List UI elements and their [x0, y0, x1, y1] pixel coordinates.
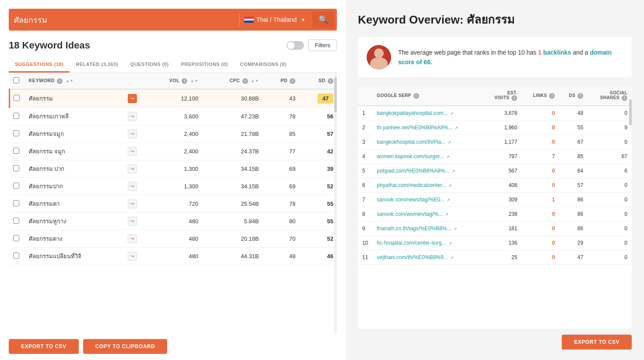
export-csv-button[interactable]: EXPORT TO CSV	[9, 339, 79, 354]
row-checkbox[interactable]	[13, 218, 19, 224]
serp-ds: 85	[559, 149, 588, 164]
serp-rank: 8	[358, 207, 372, 222]
arrow-cell: ↪	[124, 108, 142, 125]
scrollbar[interactable]	[334, 73, 337, 333]
select-all-checkbox[interactable]	[13, 77, 19, 83]
row-checkbox[interactable]	[13, 165, 19, 171]
serp-url-cell: sanook.com/news/tag/%E0... ↗	[372, 193, 483, 207]
pd-info-icon[interactable]: i	[290, 78, 295, 84]
row-checkbox-cell	[10, 178, 25, 195]
keyword-arrow-button[interactable]: ↪	[128, 147, 137, 156]
serp-rank: 9	[358, 222, 372, 236]
serp-est-visits: 3,678	[483, 106, 522, 121]
serp-social-shares: 0	[588, 250, 632, 265]
row-checkbox[interactable]	[13, 113, 19, 119]
keyword-cell: ศัลยกรรมหูกาง	[25, 213, 124, 230]
row-checkbox-cell	[10, 108, 25, 125]
external-link-icon: ↗	[455, 126, 458, 130]
sd-info-icon[interactable]: i	[328, 78, 333, 84]
serp-url-link[interactable]: th.yanhee.net/%E0%B8%A8%... ↗	[377, 125, 458, 131]
serp-social-shares: 9	[588, 121, 632, 135]
social-shares-info-icon[interactable]: i	[622, 95, 627, 101]
cpc-sort-icon[interactable]: ▲▼	[251, 79, 259, 83]
serp-url-cell: sanook.com/women/tag/%... ↗	[372, 207, 483, 222]
export-csv-bottom-button[interactable]: EXPORT TO CSV	[562, 335, 632, 350]
serp-url-link[interactable]: phyathai.com/medicalcenter... ↗	[377, 182, 452, 188]
serp-links: 7	[522, 149, 559, 164]
keyword-arrow-button[interactable]: ↪	[128, 234, 137, 243]
keyword-arrow-button[interactable]: ↪	[128, 217, 137, 226]
keyword-info-icon[interactable]: i	[57, 78, 63, 84]
th-arrow-spacer	[124, 73, 142, 89]
cpc-info-icon[interactable]: i	[242, 78, 248, 84]
keyword-arrow-button[interactable]: ↪	[128, 129, 137, 138]
serp-links: 0	[522, 178, 559, 193]
keyword-cell: ศัลยกรรมเกาหลี	[25, 108, 124, 125]
serp-url-link[interactable]: sanook.com/news/tag/%E0... ↗	[377, 197, 450, 203]
serp-url-link[interactable]: thairath.co.th/tags/%E0%B8%... ↗	[377, 225, 457, 232]
serp-url-cell: bangkokhospital.com/th/Pla... ↗	[372, 135, 483, 149]
sd-cell: 56	[299, 108, 337, 125]
est-visits-info-icon[interactable]: i	[511, 95, 517, 101]
filters-button[interactable]: Filters	[308, 39, 337, 51]
th-pd: PD i	[262, 73, 299, 89]
keyword-arrow-button[interactable]: ↪	[128, 252, 137, 261]
serp-est-visits: 797	[483, 149, 522, 164]
search-button[interactable]: 🔍	[312, 11, 334, 28]
row-checkbox[interactable]	[13, 253, 19, 259]
table-row: ศัลยกรรมจมูก ↪ 2,400 21.78B 85 57	[10, 125, 337, 143]
serp-url-link[interactable]: bangkokhospital.com/th/Pla... ↗	[377, 139, 451, 145]
row-checkbox[interactable]	[13, 235, 19, 241]
serp-table-wrapper: GOOGLE SERP i EST.VISITS i LINKS i DS i …	[358, 86, 632, 329]
keyword-arrow-button[interactable]: ↪	[128, 112, 137, 121]
serp-url-link[interactable]: sanook.com/women/tag/%... ↗	[377, 211, 448, 217]
tab-suggestions[interactable]: SUGGESTIONS (18)	[9, 58, 70, 73]
external-link-icon: ↗	[445, 212, 448, 217]
vol-info-icon[interactable]: i	[182, 78, 187, 84]
toggle-switch[interactable]	[287, 41, 304, 50]
serp-rank: 10	[358, 236, 372, 250]
keyword-arrow-button[interactable]: ↪	[128, 164, 137, 173]
ds-info-icon[interactable]: i	[578, 93, 583, 99]
serp-est-visits: 181	[483, 222, 522, 236]
keyword-arrow-button[interactable]: ↪	[128, 182, 137, 191]
row-checkbox[interactable]	[14, 95, 20, 101]
tab-questions[interactable]: QUESTIONS (0)	[124, 58, 175, 73]
tab-comparisons[interactable]: COMPARISONS (0)	[234, 58, 293, 73]
copy-clipboard-button[interactable]: COPY TO CLIPBOARD	[83, 339, 168, 354]
serp-url-link[interactable]: vejthani.com/th/%E0%B8%9... ↗	[377, 254, 453, 260]
keyword-arrow-button[interactable]: ↪	[128, 199, 137, 208]
cpc-cell: 25.54B	[202, 195, 262, 213]
row-checkbox[interactable]	[13, 130, 19, 136]
serp-rank: 3	[358, 135, 372, 149]
search-input[interactable]	[14, 15, 236, 24]
external-link-icon: ↗	[448, 183, 452, 188]
serp-table-row: 1 bangkokpattayahospital.com... ↗ 3,678 …	[358, 106, 632, 121]
vol-sort-icon[interactable]: ▲▼	[190, 79, 198, 83]
links-info-icon[interactable]: i	[549, 93, 555, 99]
tab-related[interactable]: RELATED (3,363)	[70, 58, 124, 73]
cpc-cell: 34.15B	[202, 178, 262, 195]
serp-table: GOOGLE SERP i EST.VISITS i LINKS i DS i …	[358, 86, 632, 265]
serp-url-link[interactable]: women.kapook.com/surger... ↗	[377, 153, 450, 159]
serp-url-link[interactable]: pobpad.com/%E0%B8%A8%... ↗	[377, 168, 455, 174]
serp-ds: 47	[559, 250, 588, 265]
keyword-arrow-button[interactable]: ↪	[128, 94, 137, 103]
serp-table-row: 8 sanook.com/women/tag/%... ↗ 238 0 86 0	[358, 207, 632, 222]
row-checkbox[interactable]	[13, 148, 19, 154]
serp-ds: 67	[559, 135, 588, 149]
serp-url-cell: hc-hospital.com/center-surg... ↗	[372, 236, 483, 250]
google-serp-info-icon[interactable]: i	[413, 93, 419, 99]
tab-prepositions[interactable]: PREPOSITIONS (0)	[175, 58, 234, 73]
row-checkbox[interactable]	[13, 200, 19, 206]
keyword-sort-icon[interactable]: ▲▼	[66, 79, 74, 83]
external-link-icon: ↗	[452, 169, 455, 173]
vol-cell: 480	[142, 213, 202, 230]
right-scrollbar[interactable]	[629, 86, 632, 329]
row-checkbox[interactable]	[13, 183, 19, 189]
table-row: ศัลยกรรม ↪ 12,100 30.88B 43 47	[10, 89, 337, 108]
language-selector[interactable]: Thai / Thailand ▼	[239, 14, 310, 26]
serp-url-link[interactable]: hc-hospital.com/center-surg... ↗	[377, 240, 452, 246]
table-row: ศัลยกรรมตา ↪ 720 25.54B 78 55	[10, 195, 337, 213]
serp-url-link[interactable]: bangkokpattayahospital.com... ↗	[377, 110, 453, 116]
